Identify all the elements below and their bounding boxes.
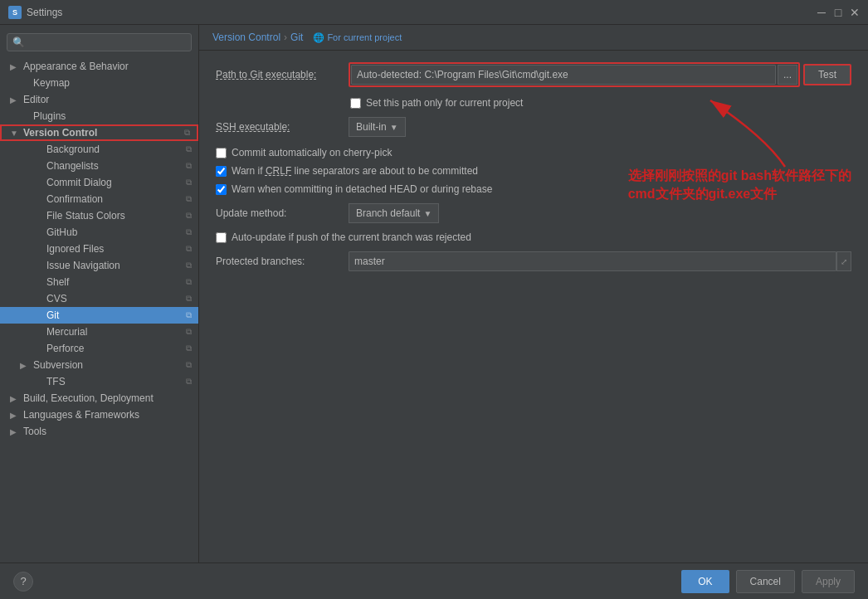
path-label: Path to Git executable:	[216, 69, 349, 80]
breadcrumb-vc[interactable]: Version Control	[212, 32, 280, 43]
set-path-checkbox[interactable]	[350, 98, 361, 109]
sidebar-item-tfs[interactable]: TFS ⧉	[0, 373, 198, 390]
sidebar-label: Git	[46, 309, 59, 321]
app-icon: S	[8, 6, 22, 19]
ssh-row: SSH executable: Built-in ▼	[216, 117, 851, 137]
dots-button[interactable]: ...	[778, 65, 797, 85]
sidebar-item-editor[interactable]: ▶ Editor	[0, 91, 198, 108]
sidebar-label: Perforce	[46, 343, 84, 354]
update-dropdown[interactable]: Branch default ▼	[349, 203, 439, 223]
sidebar-label: Languages & Frameworks	[23, 409, 139, 421]
breadcrumb: Version Control › Git 🌐For current proje…	[199, 25, 868, 51]
arrow-icon: ▶	[20, 361, 30, 370]
sidebar-item-commit-dialog[interactable]: Commit Dialog ⧉	[0, 174, 198, 191]
ok-button[interactable]: OK	[681, 570, 729, 593]
sidebar-label: Appearance & Behavior	[23, 61, 129, 72]
copy-icon: ⧉	[186, 310, 192, 320]
arrow-icon: ▶	[10, 411, 20, 420]
protected-label: Protected branches:	[216, 256, 349, 267]
sidebar-item-changelists[interactable]: Changelists ⧉	[0, 158, 198, 174]
copy-icon: ⧉	[186, 194, 192, 204]
crlf-row: Warn if CRLF line separators are about t…	[216, 165, 851, 177]
sidebar-item-ignored[interactable]: Ignored Files ⧉	[0, 241, 198, 257]
ssh-label: SSH executable:	[216, 121, 349, 133]
detached-checkbox[interactable]	[216, 184, 227, 195]
expand-button[interactable]: ⤢	[836, 251, 851, 271]
sidebar-label: Ignored Files	[46, 243, 104, 255]
detached-label: Warn when committing in detached HEAD or…	[232, 183, 492, 195]
sidebar-item-git[interactable]: Git ⧉	[0, 307, 198, 324]
update-row: Update method: Branch default ▼	[216, 203, 851, 223]
window-controls: ─ □ ✕	[815, 6, 861, 19]
copy-icon: ⧉	[186, 327, 192, 337]
cherry-pick-checkbox[interactable]	[216, 148, 227, 158]
protected-row: Protected branches: ⤢	[216, 251, 851, 271]
crlf-label: Warn if CRLF line separators are about t…	[232, 165, 478, 177]
cherry-pick-label: Commit automatically on cherry-pick	[232, 147, 392, 158]
cancel-button[interactable]: Cancel	[736, 570, 795, 593]
sidebar-item-shelf[interactable]: Shelf ⧉	[0, 274, 198, 290]
arrow-icon: ▶	[10, 394, 20, 403]
copy-icon: ⧉	[186, 211, 192, 221]
sidebar-label: TFS	[46, 376, 66, 387]
sidebar: 🔍 ▶ Appearance & Behavior Keymap ▶ Edito…	[0, 25, 199, 562]
sidebar-item-file-status[interactable]: File Status Colors ⧉	[0, 207, 198, 224]
sidebar-item-build[interactable]: ▶ Build, Execution, Deployment	[0, 390, 198, 407]
sidebar-item-background[interactable]: Background ⧉	[0, 141, 198, 158]
sidebar-item-mercurial[interactable]: Mercurial ⧉	[0, 324, 198, 340]
path-input[interactable]	[351, 65, 776, 85]
bottom-bar: ? OK Cancel Apply	[0, 562, 868, 599]
close-button[interactable]: ✕	[848, 6, 861, 19]
sidebar-label: Tools	[23, 426, 46, 437]
help-button[interactable]: ?	[13, 572, 33, 592]
copy-icon: ⧉	[186, 244, 192, 254]
content-area: Version Control › Git 🌐For current proje…	[199, 25, 868, 562]
auto-update-checkbox[interactable]	[216, 232, 227, 243]
apply-button[interactable]: Apply	[802, 570, 855, 593]
copy-icon: ⧉	[186, 294, 192, 304]
copy-icon: ⧉	[184, 128, 190, 138]
sidebar-item-perforce[interactable]: Perforce ⧉	[0, 340, 198, 357]
sidebar-label: Background	[46, 144, 100, 155]
maximize-button[interactable]: □	[831, 6, 845, 19]
sidebar-item-issue-nav[interactable]: Issue Navigation ⧉	[0, 257, 198, 274]
sidebar-label: Keymap	[33, 77, 70, 89]
crlf-checkbox[interactable]	[216, 166, 227, 177]
cherry-pick-row: Commit automatically on cherry-pick	[216, 147, 851, 158]
arrow-icon: ▶	[10, 62, 20, 71]
copy-icon: ⧉	[186, 144, 192, 154]
breadcrumb-git[interactable]: Git	[290, 32, 303, 43]
sidebar-item-keymap[interactable]: Keymap	[0, 75, 198, 91]
sidebar-item-subversion[interactable]: ▶ Subversion ⧉	[0, 357, 198, 373]
minimize-button[interactable]: ─	[815, 6, 828, 19]
sidebar-item-languages[interactable]: ▶ Languages & Frameworks	[0, 407, 198, 423]
sidebar-item-cvs[interactable]: CVS ⧉	[0, 290, 198, 307]
sidebar-label: Commit Dialog	[46, 177, 112, 188]
copy-icon: ⧉	[186, 277, 192, 287]
breadcrumb-sep: ›	[284, 32, 287, 43]
copy-icon: ⧉	[186, 343, 192, 353]
settings-body: Path to Git executable: ... Test Set thi…	[199, 51, 868, 291]
test-button[interactable]: Test	[803, 64, 851, 85]
search-box[interactable]: 🔍	[7, 33, 192, 51]
sidebar-item-tools[interactable]: ▶ Tools	[0, 423, 198, 440]
auto-update-label: Auto-update if push of the current branc…	[232, 231, 471, 243]
sidebar-item-github[interactable]: GitHub ⧉	[0, 224, 198, 241]
sidebar-label: Mercurial	[46, 326, 87, 338]
sidebar-label: Plugins	[33, 110, 66, 122]
sidebar-item-plugins[interactable]: Plugins	[0, 108, 198, 124]
search-input[interactable]	[28, 37, 186, 48]
sidebar-item-appearance[interactable]: ▶ Appearance & Behavior	[0, 58, 198, 75]
sidebar-item-version-control[interactable]: ▼ Version Control ⧉	[0, 124, 198, 141]
search-icon: 🔍	[12, 37, 25, 48]
sidebar-label: Shelf	[46, 276, 69, 288]
sidebar-label: Confirmation	[46, 193, 103, 205]
ssh-dropdown[interactable]: Built-in ▼	[349, 117, 406, 137]
sidebar-item-confirmation[interactable]: Confirmation ⧉	[0, 191, 198, 207]
copy-icon: ⧉	[186, 161, 192, 171]
sidebar-label: GitHub	[46, 226, 77, 238]
set-path-row: Set this path only for current project	[216, 97, 851, 109]
protected-input[interactable]	[349, 251, 836, 271]
sidebar-label: Build, Execution, Deployment	[23, 392, 154, 404]
copy-icon: ⧉	[186, 261, 192, 270]
